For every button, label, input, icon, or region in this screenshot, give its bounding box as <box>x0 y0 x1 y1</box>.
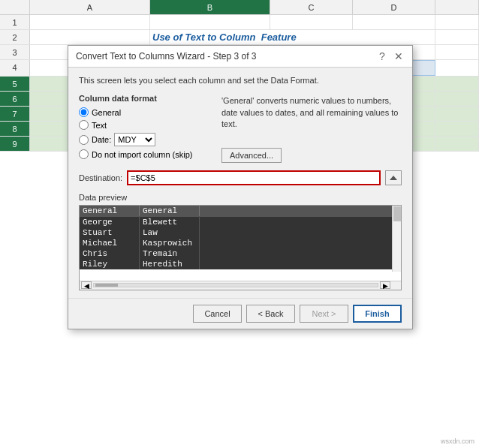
preview-data-row: Riley Heredith <box>80 259 401 269</box>
dialog-description: This screen lets you select each column … <box>79 75 402 86</box>
table-row: 2 Use of Text to Column Feature <box>0 30 479 45</box>
back-button[interactable]: < Back <box>246 305 295 323</box>
preview-header-col1: General <box>80 206 140 216</box>
spreadsheet-title: Use of Text to Column Feature <box>150 30 435 44</box>
dialog-titlebar: Convert Text to Columns Wizard - Step 3 … <box>68 46 412 68</box>
radio-date: Date: MDY DMY YMD <box>79 133 214 146</box>
radio-skip-label: Do not import column (skip) <box>92 150 193 159</box>
data-preview-title: Data preview <box>79 193 402 202</box>
hscroll-left-btn[interactable]: ◀ <box>81 281 92 289</box>
format-description-text: 'General' converts numeric values to num… <box>221 96 398 128</box>
preview-vscrollbar[interactable] <box>392 206 401 272</box>
col-header-c: C <box>270 0 353 14</box>
column-data-format-section: Column data format General Text Date: <box>79 94 214 163</box>
table-row: 1 <box>0 15 479 30</box>
radio-date-label: Date: <box>92 135 111 144</box>
radio-skip: Do not import column (skip) <box>79 149 214 159</box>
col-header-a: A <box>30 0 150 14</box>
finish-button[interactable]: Finish <box>353 305 402 323</box>
radio-skip-input[interactable] <box>79 149 89 159</box>
col-header-d: D <box>353 0 435 14</box>
dialog-title-controls: ? ✕ <box>376 50 405 62</box>
preview-header-row: General General <box>80 206 401 217</box>
watermark: wsxdn.com <box>441 437 474 445</box>
dialog-body: This screen lets you select each column … <box>68 68 412 298</box>
spreadsheet: A B C D 1 2 Use of Text to Column Featur… <box>0 0 479 448</box>
convert-text-dialog: Convert Text to Columns Wizard - Step 3 … <box>68 45 413 329</box>
radio-date-input[interactable] <box>79 135 89 145</box>
col-header-b: B <box>150 0 270 14</box>
preview-data-row: Michael Kasprowich <box>80 238 401 248</box>
hscroll-track <box>93 283 378 287</box>
close-button[interactable]: ✕ <box>393 50 405 62</box>
radio-general-input[interactable] <box>79 107 89 117</box>
radio-text-label: Text <box>92 121 107 130</box>
preview-header-col2: General <box>140 206 200 216</box>
svg-marker-0 <box>390 176 397 180</box>
preview-data-row: George Blewett <box>80 217 401 227</box>
format-description: 'General' converts numeric values to num… <box>221 94 402 163</box>
data-preview-box: General General George Blewett Stuart La… <box>79 205 402 290</box>
destination-row: Destination: <box>79 170 402 185</box>
dialog-footer: Cancel < Back Next > Finish <box>68 298 412 329</box>
advanced-button[interactable]: Advanced... <box>221 148 282 163</box>
date-format-select[interactable]: MDY DMY YMD <box>114 133 155 146</box>
dialog-title: Convert Text to Columns Wizard - Step 3 … <box>76 51 257 62</box>
preview-vscroll-thumb <box>393 206 401 221</box>
preview-hscrollbar[interactable]: ◀ ▶ <box>80 281 401 290</box>
col-header-rest <box>435 0 479 14</box>
dialog-two-col: Column data format General Text Date: <box>79 94 402 163</box>
preview-data-row: Chris Tremain <box>80 248 401 259</box>
destination-input[interactable] <box>127 170 381 185</box>
column-data-format-title: Column data format <box>79 94 214 103</box>
preview-data-row: Stuart Law <box>80 227 401 238</box>
next-button[interactable]: Next > <box>300 305 348 323</box>
radio-general: General <box>79 107 214 117</box>
destination-collapse-button[interactable] <box>385 170 402 185</box>
radio-text: Text <box>79 120 214 130</box>
radio-general-label: General <box>92 108 121 117</box>
destination-label: Destination: <box>79 173 122 182</box>
hscroll-thumb <box>95 284 118 287</box>
preview-content: General General George Blewett Stuart La… <box>80 206 401 281</box>
radio-text-input[interactable] <box>79 120 89 130</box>
radio-group: General Text Date: MDY DMY <box>79 107 214 159</box>
corner-cell <box>0 0 30 14</box>
cancel-button[interactable]: Cancel <box>193 305 242 323</box>
help-button[interactable]: ? <box>376 50 388 62</box>
hscroll-right-btn[interactable]: ▶ <box>380 281 390 289</box>
column-headers: A B C D <box>0 0 479 15</box>
